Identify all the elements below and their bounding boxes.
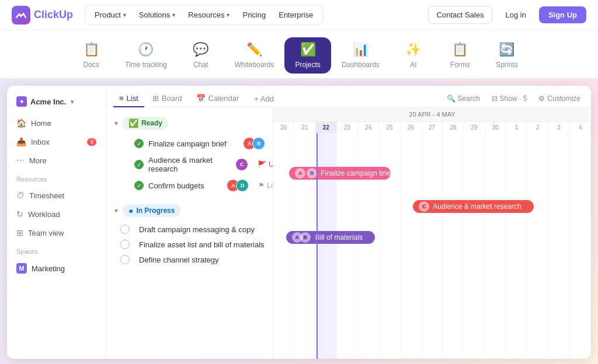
logo[interactable]: ClickUp <box>12 6 73 24</box>
gantt-bar-audience-research[interactable]: C Audience & market research <box>413 200 534 213</box>
gantt-date: 29 <box>464 122 485 133</box>
team-view-icon: ⊞ <box>16 228 23 237</box>
sidebar-item-workload[interactable]: ↻ Workload <box>12 206 101 222</box>
tab-calendar[interactable]: 📅 Calendar <box>190 90 245 107</box>
feature-chat[interactable]: 💬 Chat <box>178 37 224 74</box>
gantt-date: 2 <box>527 122 548 133</box>
contact-sales-button[interactable]: Contact Sales <box>428 6 493 24</box>
ready-badge: ✅ Ready <box>123 117 168 130</box>
search-icon: 🔍 <box>447 94 456 103</box>
gantt-date: 20 <box>273 122 294 133</box>
ready-check-icon: ✅ <box>128 118 138 128</box>
task-done-icon: ✓ <box>134 160 144 169</box>
resources-label: Resources <box>12 171 101 185</box>
task-avatars: A D <box>230 179 249 192</box>
avatar: C <box>419 201 429 212</box>
time-tracking-icon: 🕐 <box>138 42 154 57</box>
sidebar-item-more[interactable]: ⋯ More <box>12 152 101 169</box>
login-button[interactable]: Log in <box>497 6 534 23</box>
ai-icon: ✨ <box>405 42 421 57</box>
nav-enterprise[interactable]: Enterprise <box>273 8 319 22</box>
inprogress-circle-icon: ● <box>128 206 133 215</box>
feature-whiteboards[interactable]: ✏️ Whiteboards <box>224 37 284 74</box>
chevron-down-icon: ▾ <box>123 12 126 18</box>
gantt-date: 27 <box>422 122 443 133</box>
inprogress-chevron-icon: ▼ <box>113 208 119 214</box>
gantt-date: 30 <box>485 122 506 133</box>
task-checkbox[interactable] <box>120 181 130 190</box>
top-nav: ClickUp Product ▾ Solutions ▾ Resources … <box>0 0 598 30</box>
nav-solutions[interactable]: Solutions ▾ <box>133 8 181 22</box>
workload-icon: ↻ <box>16 209 23 219</box>
workspace-header[interactable]: ✦ Acme Inc. ▾ <box>12 93 101 110</box>
task-done-icon: ✓ <box>134 181 144 190</box>
gantt-panel: 20 APR - 4 MAY 20 21 22 23 24 25 26 27 2… <box>273 107 591 359</box>
gantt-date: 25 <box>379 122 400 133</box>
app-window: ✦ Acme Inc. ▾ 🏠 Home 📥 Inbox 9 ⋯ More Re… <box>7 86 591 359</box>
feature-docs[interactable]: 📋 Docs <box>68 37 114 74</box>
calendar-tab-icon: 📅 <box>196 94 206 103</box>
signup-button[interactable]: Sign Up <box>539 6 586 23</box>
feature-dashboards[interactable]: 📊 Dashboards <box>331 37 390 74</box>
gantt-date: 26 <box>401 122 422 133</box>
task-avatars: C <box>239 158 248 171</box>
show-action[interactable]: ⊟ Show · 5 <box>488 92 531 105</box>
nav-resources[interactable]: Resources ▾ <box>182 8 235 22</box>
home-icon: 🏠 <box>16 118 26 128</box>
sprints-icon: 🔄 <box>499 42 514 57</box>
task-avatars: A B <box>246 137 265 150</box>
search-action[interactable]: 🔍 Search <box>443 92 484 105</box>
workspace-icon: ✦ <box>16 96 27 107</box>
avatar: C <box>235 158 248 171</box>
task-area: ▼ ✅ Ready ⊕ ✓ Finalize campaign brief <box>106 107 591 359</box>
timesheet-icon: ⏱ <box>16 191 25 200</box>
marketing-space-icon: M <box>16 263 27 274</box>
gantt-date: 3 <box>548 122 569 133</box>
main-area: ✦ Acme Inc. ▾ 🏠 Home 📥 Inbox 9 ⋯ More Re… <box>0 79 598 364</box>
show-icon: ⊟ <box>492 94 498 103</box>
board-tab-icon: ⊞ <box>152 94 159 103</box>
feature-projects[interactable]: ✅ Projects <box>284 37 331 74</box>
chevron-down-icon: ▾ <box>227 12 230 18</box>
gantt-bar-campaign-brief[interactable]: A B Finalize campaign brief <box>289 167 391 180</box>
gantt-date: 4 <box>570 122 591 133</box>
sidebar-item-home[interactable]: 🏠 Home <box>12 115 101 131</box>
feature-time-tracking[interactable]: 🕐 Time tracking <box>114 37 178 74</box>
gantt-date: 21 <box>294 122 315 133</box>
add-view-button[interactable]: + Add <box>249 91 279 107</box>
nav-product[interactable]: Product ▾ <box>89 8 132 22</box>
gantt-date: 1 <box>506 122 527 133</box>
chevron-down-icon: ▾ <box>172 12 175 18</box>
spaces-label: Spaces <box>12 243 101 257</box>
avatar: D <box>236 179 249 192</box>
task-checkbox[interactable] <box>120 139 130 148</box>
sidebar-item-marketing[interactable]: M Marketing <box>12 260 101 277</box>
task-circle-checkbox[interactable] <box>120 225 130 234</box>
feature-sprints[interactable]: 🔄 Sprints <box>484 37 530 74</box>
flag-icon: 🚩 <box>258 160 266 169</box>
nav-pricing[interactable]: Pricing <box>237 8 272 22</box>
sidebar-item-timesheet[interactable]: ⏱ Timesheet <box>12 187 101 204</box>
bar-avatars: A B <box>292 232 311 243</box>
customize-icon: ⚙ <box>538 94 545 103</box>
docs-icon: 📋 <box>84 42 99 57</box>
avatar: B <box>252 137 265 150</box>
task-circle-checkbox[interactable] <box>120 240 130 249</box>
projects-icon: ✅ <box>300 42 316 57</box>
more-icon: ⋯ <box>16 156 25 165</box>
sidebar-item-team-view[interactable]: ⊞ Team view <box>12 225 101 241</box>
forms-icon: 📋 <box>452 42 468 57</box>
workspace-chevron-icon: ▾ <box>71 99 74 105</box>
customize-action[interactable]: ⚙ Customize <box>535 92 584 105</box>
task-checkbox[interactable] <box>120 160 130 169</box>
sidebar-item-inbox[interactable]: 📥 Inbox 9 <box>12 134 101 150</box>
gantt-bar-bill-materials[interactable]: A B Bill of materials <box>286 231 375 244</box>
feature-forms[interactable]: 📋 Forms <box>437 37 484 74</box>
gantt-date: 24 <box>358 122 379 133</box>
task-circle-checkbox[interactable] <box>120 255 130 264</box>
avatar: B <box>300 232 311 243</box>
tab-board[interactable]: ⊞ Board <box>147 90 188 107</box>
feature-ai[interactable]: ✨ AI <box>390 37 437 74</box>
tab-list[interactable]: ≡ List <box>113 90 144 107</box>
whiteboards-icon: ✏️ <box>246 42 262 57</box>
